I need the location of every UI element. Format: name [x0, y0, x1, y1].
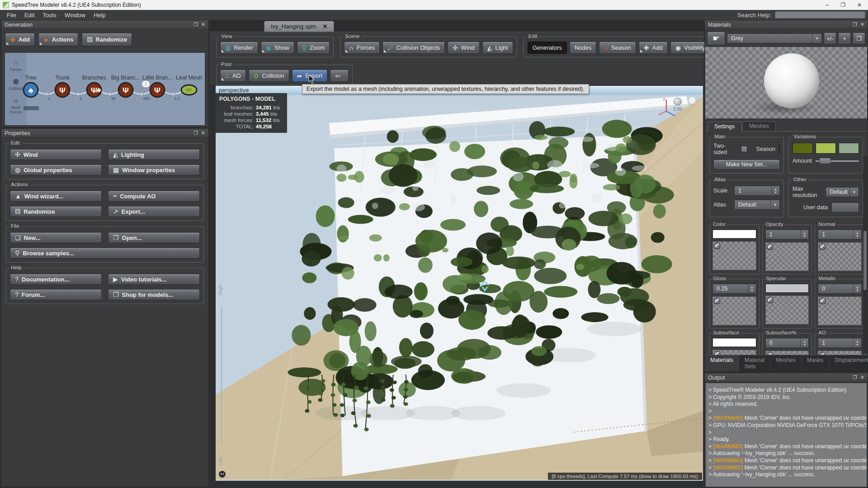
trackball-icon[interactable] — [674, 98, 682, 106]
texture-slot[interactable] — [765, 242, 809, 271]
close-button[interactable]: ✕ — [857, 2, 862, 8]
gen-randomize-button[interactable]: ⚄Randomize — [82, 33, 132, 46]
season-color-swatch[interactable] — [779, 145, 780, 154]
props-compute-ao-button[interactable]: ◓Compute AO — [108, 191, 200, 202]
props-randomize-button[interactable]: ⚄Randomize — [10, 206, 102, 217]
output-log[interactable]: > SpeedTree® Modeler v8.4.2 (UE4 Subscri… — [706, 383, 867, 487]
post-button-button[interactable]: ⇦ — [330, 70, 349, 82]
hand-tool-button[interactable]: ☛ — [707, 32, 725, 45]
viewport-3d[interactable]: perspective z POLYGONS - MODEL branches:… — [216, 86, 703, 481]
view-trackball[interactable]: 2.00 — [664, 98, 691, 112]
spinner-arrows-icon[interactable]: ▲▼ — [748, 284, 756, 293]
tab-ivy-hanging[interactable]: Ivy_Hanging.spm ✕ — [264, 21, 334, 32]
texture-enabled-checkbox[interactable] — [714, 243, 720, 249]
tool-render-button[interactable]: ◍Render — [220, 42, 258, 54]
amount-slider-handle[interactable] — [819, 158, 831, 164]
subsurface-spinner[interactable]: 0▲▼ — [765, 338, 809, 348]
post-ao-button[interactable]: ∴AO — [220, 70, 246, 82]
float-panel-icon[interactable]: ❐ — [853, 22, 857, 28]
menu-help[interactable]: Help — [90, 11, 110, 19]
tab-close-icon[interactable]: ✕ — [322, 23, 327, 30]
tab-settings[interactable]: Settings — [708, 122, 741, 131]
bottom-tab-masks[interactable]: Masks — [802, 355, 829, 371]
texture-enabled-checkbox[interactable] — [767, 244, 773, 250]
menu-edit[interactable]: Edit — [20, 11, 38, 19]
props-window-properties-button[interactable]: ▦Window properties — [108, 164, 200, 175]
tool-wind-button[interactable]: ✣Wind — [448, 42, 479, 54]
detail-slider[interactable]: High Low — [218, 285, 225, 465]
props-video-tutorials-button[interactable]: ▶Video tutorials... — [108, 274, 200, 285]
texture-enabled-checkbox[interactable] — [767, 297, 773, 303]
chevron-down-icon[interactable]: ▼ — [812, 34, 821, 43]
spinner-arrows-icon[interactable]: ▲▼ — [771, 186, 779, 195]
close-panel-icon[interactable]: ✕ — [201, 130, 205, 136]
spinner-arrows-icon[interactable]: ▲▼ — [853, 338, 861, 347]
bottom-tab-material-sets[interactable]: Material Sets — [739, 355, 770, 371]
variation-swatch-1[interactable] — [793, 143, 813, 154]
bottom-tab-displacements[interactable]: Displacements — [829, 355, 868, 371]
maximize-button[interactable]: ❐ — [840, 2, 845, 8]
props-forum-button[interactable]: ?Forum... — [10, 289, 102, 300]
opacity-spinner[interactable]: 1▲▼ — [765, 230, 809, 239]
user-data-input[interactable] — [831, 202, 859, 212]
props-export-button[interactable]: ➚Export... — [108, 206, 200, 217]
tool-add-button[interactable]: ✚Add — [639, 42, 668, 54]
max-resolution-select[interactable]: Default▼ — [826, 187, 859, 197]
spinner-arrows-icon[interactable]: ▲▼ — [853, 230, 861, 239]
bottom-tab-materials[interactable]: Materials — [705, 355, 739, 371]
post-collision-button[interactable]: ✿Collision — [249, 70, 289, 82]
texture-slot[interactable] — [712, 296, 756, 325]
spinner-arrows-icon[interactable]: ▲▼ — [800, 230, 808, 239]
close-panel-icon[interactable]: ✕ — [860, 22, 864, 28]
props-open-button[interactable]: ❐Open... — [108, 232, 200, 243]
float-panel-icon[interactable]: ❐ — [853, 375, 857, 380]
props-new-button[interactable]: ❏New... — [10, 232, 102, 243]
close-panel-icon[interactable]: ✕ — [201, 22, 205, 28]
menu-window[interactable]: Window — [61, 11, 90, 19]
slider-track[interactable] — [221, 306, 222, 444]
paste-icon[interactable]: ❐ — [853, 33, 865, 44]
bottom-tab-meshes[interactable]: Meshes — [770, 355, 802, 371]
generation-graph[interactable]: ∩ Forces ⚈ Collision ⌗ Mesh Forces 15564… — [5, 53, 205, 125]
menu-file[interactable]: File — [3, 11, 20, 19]
props-shop-for-models-button[interactable]: ❒Shop for models... — [108, 289, 200, 300]
texture-slot[interactable] — [765, 296, 809, 324]
tool-zoom-button[interactable]: ⚲Zoom — [297, 42, 330, 54]
props-wind-wizard-button[interactable]: ▲Wind wizard... — [10, 191, 102, 202]
tool-show-button[interactable]: ◉Show — [261, 42, 294, 54]
add-remove-icon[interactable]: +/- — [824, 33, 836, 44]
scrollbar-thumb[interactable] — [863, 231, 867, 290]
chevron-down-icon[interactable]: ▼ — [770, 200, 779, 209]
texture-enabled-checkbox[interactable] — [819, 244, 826, 250]
scale-spinner[interactable]: 1▲▼ — [734, 186, 780, 196]
tool-forces-button[interactable]: ∩Forces — [344, 42, 380, 54]
props-global-properties-button[interactable]: ◍Global properties — [10, 164, 102, 175]
viewport-menu-button[interactable]: ●● — [219, 471, 226, 478]
gen-actions-button[interactable]: ➤Actions — [38, 33, 78, 46]
tool-light-button[interactable]: ◭Light — [482, 42, 513, 54]
float-panel-icon[interactable]: ❐ — [193, 22, 198, 28]
atlas-select[interactable]: Default▼ — [734, 200, 780, 210]
material-select[interactable]: Grey ▼ — [727, 33, 822, 43]
minimize-button[interactable]: – — [826, 2, 829, 8]
variation-swatch-2[interactable] — [816, 143, 836, 154]
spinner-arrows-icon[interactable]: ▲▼ — [853, 284, 861, 293]
add-material-icon[interactable]: ＋ — [838, 33, 851, 44]
specular-color-swatch[interactable] — [765, 284, 809, 293]
tool-nodes-button[interactable]: Nodes — [570, 42, 597, 54]
props-lighting-button[interactable]: ◭Lighting — [108, 149, 200, 160]
metallic-spinner[interactable]: 0▲▼ — [818, 284, 862, 294]
texture-slot[interactable] — [818, 296, 862, 325]
subsurface-color-swatch[interactable] — [712, 338, 756, 347]
ao-spinner[interactable]: 1▲▼ — [818, 338, 862, 348]
tab-meshes[interactable]: Meshes — [742, 121, 776, 131]
texture-enabled-checkbox[interactable] — [819, 298, 826, 304]
texture-enabled-checkbox[interactable] — [714, 298, 720, 304]
tool-season-button[interactable]: ◕Season — [599, 42, 636, 54]
gloss-spinner[interactable]: 0.25▲▼ — [712, 284, 756, 294]
texture-slot[interactable] — [712, 241, 756, 270]
spinner-arrows-icon[interactable]: ▲▼ — [800, 338, 808, 347]
props-documentation-button[interactable]: ?Documentation... — [10, 274, 102, 285]
amount-slider[interactable] — [816, 160, 859, 162]
close-panel-icon[interactable]: ✕ — [860, 375, 864, 380]
